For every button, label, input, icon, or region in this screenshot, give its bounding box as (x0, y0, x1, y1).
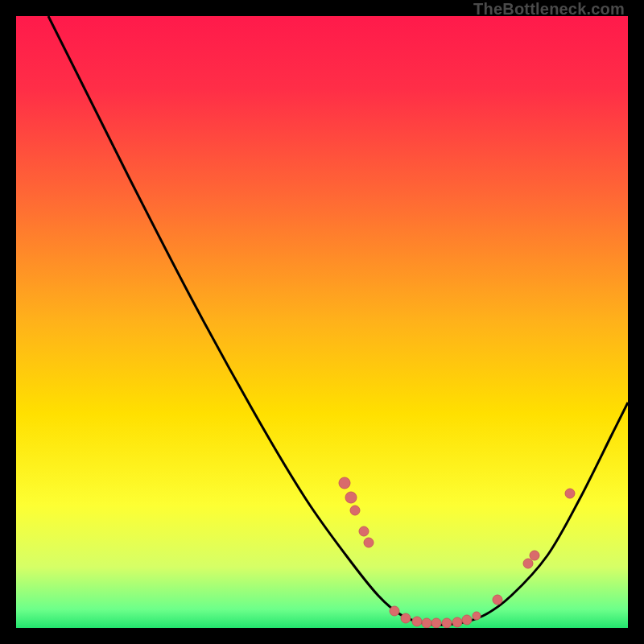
chart-background (16, 16, 628, 628)
data-point (523, 559, 533, 568)
chart-frame (16, 16, 628, 628)
bottleneck-chart (16, 16, 628, 628)
data-point (401, 613, 411, 623)
data-point (530, 551, 539, 560)
data-point (364, 538, 374, 547)
data-point (350, 506, 360, 515)
data-point (473, 612, 481, 620)
data-point (422, 618, 431, 628)
data-point (431, 618, 441, 628)
data-point (493, 595, 502, 605)
watermark-text: TheBottleneck.com (473, 0, 625, 19)
data-point (359, 526, 369, 536)
data-point (339, 477, 350, 489)
data-point (462, 615, 472, 625)
data-point (452, 617, 462, 627)
data-point (565, 489, 575, 498)
data-point (390, 606, 399, 616)
data-point (412, 617, 422, 626)
data-point (442, 618, 452, 628)
data-point (345, 492, 357, 503)
